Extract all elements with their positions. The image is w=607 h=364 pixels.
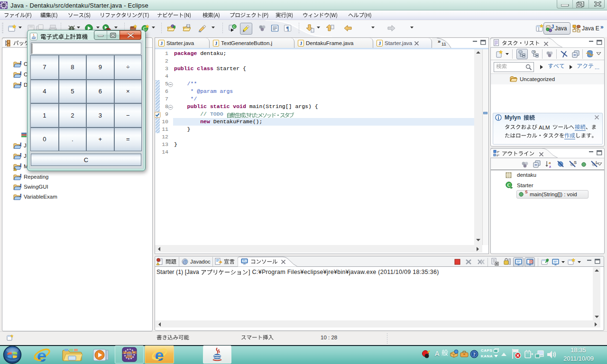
svg-text:J: J: [19, 193, 22, 198]
svg-text:J: J: [19, 142, 22, 147]
svg-text:e: e: [37, 346, 46, 364]
svg-text:J: J: [19, 61, 22, 65]
svg-text:J: J: [551, 24, 554, 29]
svg-text:¶: ¶: [286, 25, 289, 32]
svg-text:C: C: [233, 25, 236, 29]
svg-text:J: J: [215, 41, 217, 46]
svg-text:J: J: [19, 163, 22, 168]
svg-text:?: ?: [473, 352, 476, 357]
svg-text:J: J: [19, 183, 22, 188]
svg-text:J: J: [160, 41, 163, 46]
svg-text:J: J: [19, 71, 22, 76]
svg-text:C: C: [507, 182, 510, 188]
svg-text:@: @: [183, 259, 187, 264]
svg-text:z: z: [549, 164, 551, 169]
svg-text:IDE: IDE: [126, 355, 133, 359]
svg-text:S: S: [574, 160, 577, 165]
svg-text:Java EE: Java EE: [122, 350, 137, 355]
svg-text:J: J: [378, 41, 381, 46]
svg-text:J: J: [19, 173, 22, 178]
svg-text:e: e: [155, 346, 164, 364]
svg-text:J: J: [19, 82, 22, 86]
svg-text:J: J: [300, 41, 302, 46]
svg-text:J: J: [19, 153, 22, 157]
